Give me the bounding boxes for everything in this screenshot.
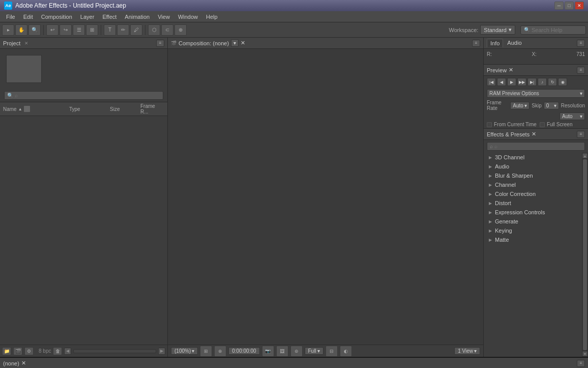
comp-grid-button[interactable]: ⊞ — [200, 346, 212, 357]
timecode-value: 0:00:00:00 — [232, 348, 256, 354]
zoom-tool[interactable]: 🔍 — [28, 24, 41, 36]
from-current-label: From Current Time — [494, 122, 537, 127]
full-screen-checkbox[interactable] — [540, 122, 545, 127]
tool3[interactable]: ☰ — [73, 24, 85, 36]
new-folder-button[interactable]: 📁 — [2, 347, 11, 355]
project-settings-button[interactable]: ⚙ — [24, 347, 34, 355]
trash-button[interactable]: 🗑 — [53, 347, 62, 355]
skip-dropdown[interactable]: 0 ▾ — [544, 102, 559, 109]
comp-exposure-button[interactable]: ◐ — [340, 346, 352, 357]
preview-close-icon[interactable]: ✕ — [509, 67, 513, 73]
menu-effect[interactable]: Effect — [98, 13, 121, 21]
ram-preview-dropdown[interactable]: RAM Preview Options ▾ — [487, 89, 585, 98]
project-scroll-bar[interactable] — [73, 349, 156, 353]
scroll-right-icon[interactable]: ▶ — [158, 348, 165, 355]
redo-tool[interactable]: ↪ — [60, 24, 72, 36]
roto-tool[interactable]: ⊂ — [161, 24, 173, 36]
search-help-box[interactable]: 🔍 — [520, 25, 586, 35]
timeline-close-icon[interactable]: ✕ — [21, 360, 26, 366]
x-value: 731 — [576, 51, 585, 57]
loop-button[interactable]: ↻ — [548, 78, 557, 86]
effect-keying[interactable]: ▶ Keying — [484, 226, 582, 235]
play-button[interactable]: ▶ — [507, 78, 516, 86]
close-button[interactable]: ✕ — [575, 2, 584, 10]
effect-3d-channel[interactable]: ▶ 3D Channel — [484, 153, 582, 162]
last-frame-button[interactable]: ▶| — [527, 78, 537, 86]
menu-composition[interactable]: Composition — [37, 13, 76, 21]
window-controls[interactable]: ─ □ ✕ — [554, 2, 584, 10]
effects-scroll-thumb[interactable] — [583, 159, 587, 350]
search-help-input[interactable] — [532, 27, 582, 33]
ram-preview-options-row: RAM Preview Options ▾ — [484, 88, 588, 99]
scroll-left-icon[interactable]: ◀ — [64, 348, 71, 355]
comp-show-snapshot-button[interactable]: 🖼 — [276, 346, 288, 357]
next-frame-button[interactable]: ▶▶ — [517, 78, 526, 86]
effects-scrollbar[interactable]: ▲ ▼ — [582, 153, 588, 357]
effects-search-bar[interactable]: ⌕ — [487, 142, 585, 151]
project-menu-button[interactable]: ≡ — [156, 40, 164, 47]
effect-generate[interactable]: ▶ Generate — [484, 217, 582, 226]
resolution-dropdown[interactable]: Auto ▾ — [560, 112, 585, 120]
shape-tool[interactable]: ⬡ — [148, 24, 160, 36]
ram-preview-play-button[interactable]: ◉ — [558, 78, 567, 86]
composition-menu-button[interactable]: ≡ — [472, 40, 480, 47]
brush-tool[interactable]: 🖊 — [130, 24, 142, 36]
menu-file[interactable]: File — [2, 13, 19, 21]
project-close-icon[interactable]: ✕ — [24, 41, 28, 46]
info-tab[interactable]: Info — [487, 39, 503, 47]
minimize-button[interactable]: ─ — [554, 2, 564, 10]
comp-preview-button[interactable]: ⊚ — [290, 346, 303, 357]
views-dropdown[interactable]: 1 View ▾ — [454, 347, 480, 355]
effect-audio[interactable]: ▶ Audio — [484, 162, 582, 171]
frame-rate-dropdown[interactable]: Auto ▾ — [510, 102, 530, 109]
menu-view[interactable]: View — [154, 13, 174, 21]
undo-tool[interactable]: ↩ — [46, 24, 58, 36]
effects-scroll-up-button[interactable]: ▲ — [582, 153, 587, 158]
composition-close-icon[interactable]: ✕ — [241, 40, 245, 46]
effects-scroll-down-button[interactable]: ▼ — [582, 351, 587, 356]
comp-channels-button[interactable]: ⊟ — [326, 346, 338, 357]
menu-help[interactable]: Help — [202, 13, 222, 21]
effect-channel[interactable]: ▶ Channel — [484, 180, 582, 189]
effects-menu-button[interactable]: ≡ — [577, 131, 585, 138]
composition-dropdown[interactable]: ▾ — [231, 39, 239, 47]
tool4[interactable]: ⊞ — [86, 24, 98, 36]
menu-window[interactable]: Window — [174, 13, 202, 21]
quality-dropdown[interactable]: Full ▾ — [305, 347, 324, 355]
from-current-checkbox[interactable] — [487, 122, 492, 127]
info-menu-button[interactable]: ≡ — [577, 40, 585, 47]
hand-tool[interactable]: ✋ — [15, 24, 27, 36]
effect-matte[interactable]: ▶ Matte — [484, 235, 582, 244]
comp-mask-button[interactable]: ⊗ — [214, 346, 226, 357]
comp-snapshot-button[interactable]: 📷 — [262, 346, 274, 357]
zoom-dropdown[interactable]: (100%) ▾ — [171, 347, 198, 355]
project-tab[interactable]: Project ✕ — [3, 40, 28, 46]
prev-frame-button[interactable]: ◀ — [497, 78, 506, 86]
project-search-bar[interactable]: 🔍 — [4, 91, 163, 100]
puppet-tool[interactable]: ⊕ — [174, 24, 187, 36]
effects-close-icon[interactable]: ✕ — [532, 131, 536, 137]
timecode-display[interactable]: 0:00:00:00 — [228, 347, 259, 355]
effects-panel-header: Effects & Presets ✕ ≡ — [484, 129, 588, 140]
project-search-input[interactable] — [15, 93, 160, 98]
audio-tab[interactable]: Audio — [504, 39, 524, 47]
effect-color-correction[interactable]: ▶ Color Correction — [484, 189, 582, 199]
menu-edit[interactable]: Edit — [19, 13, 37, 21]
audio-button[interactable]: ♪ — [538, 78, 547, 86]
timeline-menu-button[interactable]: ≡ — [577, 360, 585, 367]
first-frame-button[interactable]: |◀ — [487, 78, 496, 86]
pen-tool[interactable]: ✏ — [117, 24, 129, 36]
project-tab-label: Project — [3, 40, 20, 46]
selection-tool[interactable]: ▸ — [2, 24, 14, 36]
type-tool[interactable]: T — [104, 24, 116, 36]
effect-blur-sharpen[interactable]: ▶ Blur & Sharpen — [484, 171, 582, 180]
workspace-dropdown[interactable]: Standard ▾ — [480, 25, 515, 35]
new-comp-button[interactable]: 🎬 — [13, 347, 22, 355]
maximize-button[interactable]: □ — [565, 2, 574, 10]
effects-search-input[interactable] — [494, 144, 582, 149]
preview-menu-button[interactable]: ≡ — [577, 67, 585, 74]
effect-expression-controls[interactable]: ▶ Expression Controls — [484, 208, 582, 217]
menu-animation[interactable]: Animation — [121, 13, 154, 21]
effect-distort[interactable]: ▶ Distort — [484, 199, 582, 208]
menu-layer[interactable]: Layer — [76, 13, 99, 21]
